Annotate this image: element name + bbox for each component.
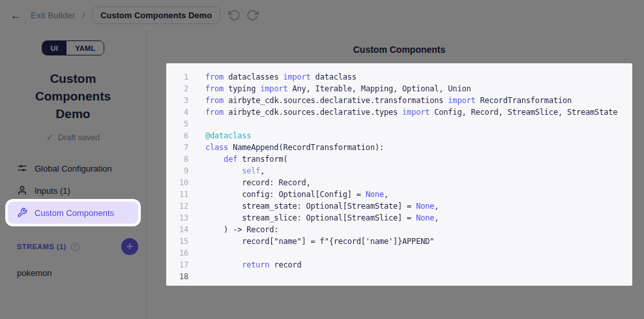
code-text: self, [205,165,265,177]
project-name-text: Custom Components Demo [100,10,212,20]
sidebar-item-inputs[interactable]: Inputs (1) [8,179,138,202]
exit-builder-link[interactable]: Exit Builder [31,10,75,20]
code-line: 13 stream_slice: Optional[StreamSlice] =… [166,212,632,224]
line-number: 4 [166,106,188,118]
line-number: 3 [166,95,188,106]
code-line: 15 record["name"] = f"{record['name']}AP… [166,235,632,247]
code-text: from dataclasses import dataclass [205,71,357,83]
toggle-ui[interactable]: UI [42,41,67,55]
code-text: config: Optional[Config] = None, [205,189,388,200]
line-number: 6 [166,130,188,142]
sidebar-item-global-configuration[interactable]: Global Configuration [8,157,138,179]
sidebar-nav: Global Configuration Inputs (1) Custom C… [0,157,146,224]
code-line: 14 ) -> Record: [166,224,632,235]
save-status-text: Draft saved [58,133,100,142]
code-line: 5 [166,118,632,130]
code-text: record["name"] = f"{record['name']}APPEN… [205,235,434,247]
line-number: 11 [166,189,188,200]
undo-icon[interactable] [228,9,241,22]
line-number: 18 [166,271,188,282]
code-text: from airbyte_cdk.sources.declarative.typ… [205,106,617,118]
builder-body: UI YAML Custom Components Demo ✓ Draft s… [0,30,644,319]
line-number: 8 [166,153,188,165]
code-line: 12 stream_state: Optional[StreamState] =… [166,200,632,212]
code-line: 6@dataclass [166,130,632,142]
sidebar-item-label: Custom Components [35,208,114,218]
line-number: 10 [166,177,188,189]
code-line: 2from typing import Any, Iterable, Mappi… [166,83,632,95]
code-line: 11 config: Optional[Config] = None, [166,189,632,200]
line-number: 17 [166,259,188,271]
sidebar-item-label: Inputs (1) [35,186,70,196]
code-text: from typing import Any, Iterable, Mappin… [205,83,471,95]
code-text: stream_state: Optional[StreamState] = No… [205,200,439,212]
line-number: 15 [166,235,188,247]
code-line: 8 def transform( [166,153,632,165]
code-text: from airbyte_cdk.sources.declarative.tra… [205,95,572,106]
streams-header: STREAMS (1) ? + [0,238,146,255]
code-text: ) -> Record: [205,224,278,235]
main-panel: Custom Components 1from dataclasses impo… [147,30,644,319]
line-number: 7 [166,142,188,153]
sidebar-item-label: Global Configuration [35,164,112,174]
streams-label: STREAMS (1) [17,243,66,251]
check-icon: ✓ [46,132,53,142]
topbar: ← Exit Builder / Custom Components Demo [0,0,644,30]
wrench-icon [17,207,27,218]
code-line: 10 record: Record, [166,177,632,189]
code-text: return record [205,259,302,271]
code-line: 7class NameAppend(RecordTransformation): [166,142,632,153]
code-editor[interactable]: 1from dataclasses import dataclass2from … [166,63,632,286]
back-arrow-icon[interactable]: ← [10,10,22,21]
stream-item-pokemon[interactable]: pokemon [0,263,146,283]
user-icon [17,185,27,196]
redo-icon[interactable] [246,9,259,22]
line-number: 13 [166,212,188,224]
page-title: Custom Components [166,44,632,55]
code-line: 1from dataclasses import dataclass [166,71,632,83]
code-line: 18 [166,271,632,282]
line-number: 2 [166,83,188,95]
connector-title: Custom Components Demo [0,70,146,123]
sidebar-item-custom-components[interactable]: Custom Components [8,202,138,224]
ui-yaml-toggle: UI YAML [42,40,105,55]
sliders-icon [17,163,27,174]
toggle-yaml[interactable]: YAML [66,41,104,55]
connector-builder-app: ← Exit Builder / Custom Components Demo … [0,0,644,319]
sidebar: UI YAML Custom Components Demo ✓ Draft s… [0,30,147,319]
code-line: 17 return record [166,259,632,271]
line-number: 1 [166,71,188,83]
code-text: def transform( [205,153,287,165]
code-line: 16 [166,247,632,259]
line-number: 14 [166,224,188,235]
line-number: 16 [166,247,188,259]
code-line: 4from airbyte_cdk.sources.declarative.ty… [166,106,632,118]
code-line: 9 self, [166,165,632,177]
line-number: 12 [166,200,188,212]
code-text: @dataclass [205,130,251,142]
line-number: 9 [166,165,188,177]
code-text: record: Record, [205,177,311,189]
code-text: stream_slice: Optional[StreamSlice] = No… [205,212,439,224]
code-text: class NameAppend(RecordTransformation): [205,142,384,153]
add-stream-button[interactable]: + [121,238,138,255]
line-number: 5 [166,118,188,130]
info-icon[interactable]: ? [71,243,80,251]
code-line: 3from airbyte_cdk.sources.declarative.tr… [166,95,632,106]
stream-list: pokemon [0,263,146,283]
breadcrumb-separator: / [82,10,85,20]
save-status: ✓ Draft saved [0,132,146,142]
project-name-input[interactable]: Custom Components Demo [92,7,220,24]
